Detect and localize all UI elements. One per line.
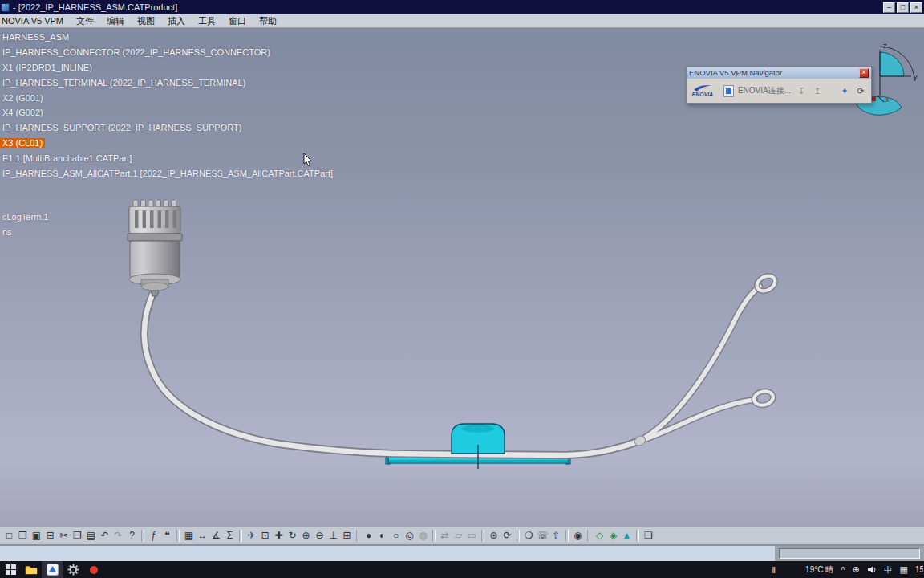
- toolbar-icon[interactable]: ●: [362, 528, 375, 543]
- tree-node-label[interactable]: E1.1 [MultiBranchable1.CATPart]: [0, 153, 134, 163]
- volume-icon[interactable]: [867, 565, 877, 574]
- toolbar-icon[interactable]: ↶: [98, 528, 111, 543]
- tree-node[interactable]: cLogTerm.1: [0, 210, 51, 225]
- close-button[interactable]: ×: [910, 2, 922, 13]
- clock[interactable]: 15: [915, 565, 923, 574]
- tree-node[interactable]: X2 (G001): [0, 90, 335, 105]
- menu-item[interactable]: 编辑: [100, 15, 131, 27]
- toolbar-icon[interactable]: [176, 530, 180, 542]
- toolbar-icon[interactable]: ⟳: [500, 528, 514, 543]
- tree-node-label[interactable]: X1 (IP2DRD1_INLINE): [0, 63, 95, 72]
- toolbar-icon[interactable]: ▤: [84, 528, 98, 543]
- palette-close-button[interactable]: ×: [859, 68, 869, 78]
- tree-node-label[interactable]: IP_HARNESS_CONNECTOR (2022_IP_HARNESS_CO…: [0, 47, 273, 57]
- toolbar-icon[interactable]: ⊛: [487, 528, 500, 543]
- toolbar-icon[interactable]: [587, 530, 590, 542]
- file-explorer-button[interactable]: [21, 561, 42, 578]
- settings-button[interactable]: [63, 561, 83, 578]
- ring-terminal-2[interactable]: [752, 389, 774, 407]
- palette-icon[interactable]: ↥: [811, 84, 824, 97]
- tree-node-label[interactable]: IP_HARNESS_ASM_AllCATPart.1 [2022_IP_HAR…: [0, 169, 335, 178]
- toolbar-icon[interactable]: ↷: [111, 528, 125, 543]
- start-button[interactable]: [0, 561, 21, 578]
- toolbar-icon[interactable]: [481, 530, 484, 542]
- tree-node[interactable]: IP_HARNESS_TERMINAL (2022_IP_HARNESS_TER…: [0, 75, 335, 90]
- toolbar-icon[interactable]: [517, 530, 520, 542]
- toolbar-icon[interactable]: ✚: [272, 528, 286, 543]
- toolbar-icon[interactable]: [141, 530, 144, 542]
- toolbar-icon[interactable]: ▱: [452, 528, 465, 543]
- tree-node-label[interactable]: X4 (G002): [0, 108, 46, 117]
- toolbar-icon[interactable]: ∡: [209, 528, 223, 543]
- toolbar-icon[interactable]: [239, 530, 242, 542]
- tree-node-label[interactable]: HARNESS_ASM: [0, 32, 71, 42]
- tree-node[interactable]: X3 (CL01): [0, 136, 335, 151]
- tree-node[interactable]: E1.1 [MultiBranchable1.CATPart]: [0, 150, 335, 165]
- tree-node-label[interactable]: IP_HARNESS_SUPPORT (2022_IP_HARNESS_SUPP…: [0, 123, 244, 132]
- catia-app-button[interactable]: [42, 561, 63, 578]
- toolbar-icon[interactable]: ⊖: [313, 528, 326, 543]
- toolbar-icon[interactable]: ⊞: [340, 528, 354, 543]
- toolbar-icon[interactable]: ◐: [375, 528, 389, 543]
- toolbar-icon[interactable]: ▲: [620, 528, 634, 543]
- toolbar-icon[interactable]: [356, 530, 359, 542]
- palette-icon[interactable]: ↧: [795, 84, 808, 97]
- tree-node-label[interactable]: ns: [0, 227, 14, 237]
- tree-node[interactable]: X1 (IP2DRD1_INLINE): [0, 60, 335, 75]
- enovia-navigator-palette[interactable]: ENOVIA V5 VPM Navigator × ENOVIA ENOVIA连…: [686, 66, 872, 104]
- toolbar-icon[interactable]: ◈: [606, 528, 620, 543]
- harness-cables[interactable]: [144, 287, 760, 455]
- toolbar-icon[interactable]: ❝: [160, 528, 174, 543]
- tree-node[interactable]: HARNESS_ASM: [0, 30, 335, 45]
- tree-node-label[interactable]: IP_HARNESS_TERMINAL (2022_IP_HARNESS_TER…: [0, 78, 248, 88]
- tree-node[interactable]: X4 (G002): [0, 105, 335, 120]
- tree-node-label[interactable]: X2 (G001): [0, 93, 46, 103]
- toolbar-icon[interactable]: ↻: [286, 528, 299, 543]
- toolbar-icon[interactable]: ❍: [522, 528, 536, 543]
- restore-button[interactable]: □: [897, 2, 909, 13]
- toolbar-icon[interactable]: ▭: [465, 528, 479, 543]
- toolbar-icon[interactable]: ❒: [16, 528, 30, 543]
- toolbar-icon[interactable]: ⊕: [299, 528, 313, 543]
- toolbar-icon[interactable]: [636, 530, 639, 542]
- toolbar-icon[interactable]: [432, 530, 436, 542]
- toolbar-icon[interactable]: ◎: [403, 528, 416, 543]
- vpm-toggle-icon[interactable]: [723, 85, 734, 97]
- toolbar-icon[interactable]: ⇧: [549, 528, 563, 543]
- toolbar-icon[interactable]: ⊟: [43, 528, 57, 543]
- toolbar-icon[interactable]: ✂: [57, 528, 71, 543]
- tree-node-label[interactable]: cLogTerm.1: [0, 212, 51, 222]
- toolbar-icon[interactable]: ○: [389, 528, 403, 543]
- menu-item[interactable]: 文件: [70, 15, 100, 27]
- toolbar-icon[interactable]: ❐: [71, 528, 84, 543]
- toolbar-icon[interactable]: □: [2, 528, 16, 543]
- toolbar-icon[interactable]: ◇: [593, 528, 606, 543]
- toolbar-icon[interactable]: ↔: [196, 528, 209, 543]
- toolbar-icon[interactable]: ▣: [30, 528, 43, 543]
- touch-keyboard-icon[interactable]: ▦: [900, 564, 908, 575]
- 3d-viewport[interactable]: z y x HARNESS_ASM IP_HARNESS_CONNECTOR (…: [0, 28, 924, 527]
- minimize-button[interactable]: –: [883, 2, 895, 13]
- ring-terminal-1[interactable]: [754, 273, 777, 294]
- menu-item[interactable]: 工具: [192, 15, 222, 27]
- power-input-field[interactable]: [779, 548, 920, 559]
- palette-title-bar[interactable]: ENOVIA V5 VPM Navigator ×: [687, 67, 871, 79]
- palette-icon[interactable]: ✦: [838, 84, 851, 97]
- menu-item[interactable]: 插入: [161, 15, 192, 27]
- toolbar-icon[interactable]: ◍: [416, 528, 430, 543]
- tray-expand-icon[interactable]: ^: [841, 565, 845, 575]
- harness-connector[interactable]: [128, 200, 182, 299]
- ime-indicator[interactable]: 中: [885, 564, 893, 576]
- toolbar-icon[interactable]: ▦: [182, 528, 196, 543]
- toolbar-icon[interactable]: ✈: [245, 528, 258, 543]
- toolbar-icon[interactable]: [565, 530, 569, 542]
- tree-node[interactable]: IP_HARNESS_SUPPORT (2022_IP_HARNESS_SUPP…: [0, 120, 335, 136]
- weather-widget[interactable]: 19°C 晴: [805, 564, 833, 576]
- toolbar-icon[interactable]: ƒ: [147, 528, 160, 543]
- palette-icon[interactable]: ⟳: [854, 84, 867, 97]
- menu-item[interactable]: 窗口: [222, 15, 253, 27]
- toolbar-icon[interactable]: ⊡: [258, 528, 272, 543]
- toolbar-icon[interactable]: ❏: [642, 528, 655, 543]
- toolbar-icon[interactable]: Σ: [223, 528, 237, 543]
- tree-node-label[interactable]: X3 (CL01): [0, 138, 45, 148]
